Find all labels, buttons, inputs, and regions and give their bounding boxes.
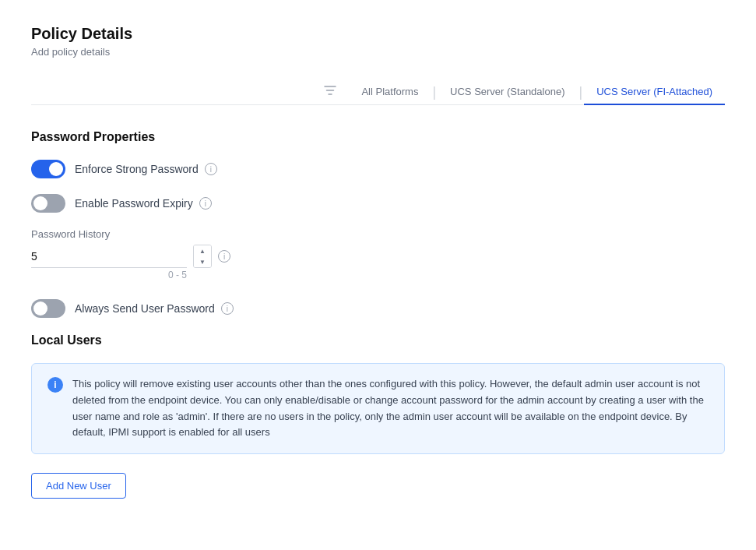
password-history-range: 0 - 5 <box>31 270 187 280</box>
add-new-user-button[interactable]: Add New User <box>31 473 126 499</box>
local-users-title: Local Users <box>31 333 725 347</box>
password-history-spinner[interactable]: ▲ ▼ <box>193 245 212 268</box>
enable-expiry-toggle[interactable] <box>31 194 65 213</box>
local-users-info-banner: i This policy will remove existing user … <box>31 363 725 454</box>
always-send-toggle[interactable] <box>31 299 65 318</box>
enforce-strong-label: Enforce Strong Password <box>75 163 199 175</box>
always-send-info-icon[interactable]: i <box>221 302 234 315</box>
page-title: Policy Details <box>31 25 725 43</box>
always-send-label: Always Send User Password <box>75 302 215 315</box>
filter-icon[interactable] <box>324 84 336 100</box>
password-history-label: Password History <box>31 228 725 240</box>
password-history-group: Password History ▲ ▼ i 0 - 5 <box>31 228 725 280</box>
enforce-strong-info-icon[interactable]: i <box>205 163 217 175</box>
password-history-input-row: ▲ ▼ i <box>31 245 725 268</box>
local-users-section: Local Users i This policy will remove ex… <box>31 333 725 499</box>
enforce-strong-password-row: Enforce Strong Password i <box>31 160 725 178</box>
page-subtitle: Add policy details <box>31 46 725 58</box>
enable-expiry-label: Enable Password Expiry <box>75 197 193 210</box>
enforce-strong-toggle[interactable] <box>31 160 65 178</box>
spinner-up-icon[interactable]: ▲ <box>194 245 211 256</box>
enable-expiry-info-icon[interactable]: i <box>199 197 212 210</box>
info-banner-text: This policy will remove existing user ac… <box>72 376 709 441</box>
enable-password-expiry-row: Enable Password Expiry i <box>31 194 725 213</box>
password-history-info-icon[interactable]: i <box>218 250 230 263</box>
tab-ucs-standalone[interactable]: UCS Server (Standalone) <box>438 79 577 105</box>
password-properties-title: Password Properties <box>31 130 725 144</box>
tab-divider-2: | <box>578 84 582 100</box>
platform-tabs-bar: All Platforms | UCS Server (Standalone) … <box>31 79 725 105</box>
tab-divider-1: | <box>432 84 436 100</box>
password-history-input[interactable] <box>31 245 187 268</box>
spinner-down-icon[interactable]: ▼ <box>194 256 211 267</box>
always-send-password-row: Always Send User Password i <box>31 299 725 318</box>
tab-all-platforms[interactable]: All Platforms <box>349 79 431 105</box>
tab-ucs-fi-attached[interactable]: UCS Server (FI-Attached) <box>584 79 725 105</box>
info-banner-icon: i <box>47 377 63 393</box>
